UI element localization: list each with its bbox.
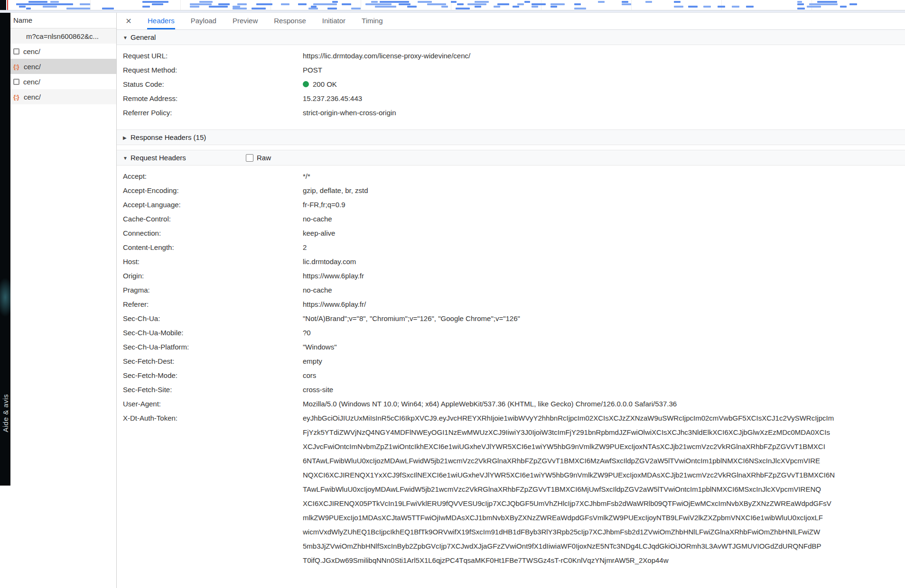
header-value-text: Mozilla/5.0 (Windows NT 10.0; Win64; x64… [303,400,677,408]
header-value: eyJhbGciOiJIUzUxMiIsInR5cCI6IkpXVCJ9.eyJ… [303,411,905,568]
header-value-text: fr-FR,fr;q=0.9 [303,201,345,209]
network-overview-timeline[interactable] [0,0,905,10]
header-row: Referrer Policy:strict-origin-when-cross… [117,106,905,120]
status-ok-icon [303,81,309,87]
waterfall-bar [342,3,351,5]
header-key: Referer: [117,297,303,312]
header-row: X-Dt-Auth-Token:eyJhbGciOiJIUzUxMiIsInR5… [117,411,905,568]
waterfall-bar [807,6,821,8]
request-row[interactable]: cenc/ [10,44,116,59]
section-general[interactable]: ▼General [117,30,905,45]
waterfall-bar [332,1,338,3]
header-value-text: no-cache [303,215,332,223]
header-value: ?0 [303,326,905,340]
raw-checkbox[interactable] [246,154,253,162]
header-value: no-cache [303,283,905,297]
request-row[interactable]: cenc/ [10,74,116,89]
waterfall-bar [475,1,489,3]
waterfall-bar [451,1,457,3]
header-row: Accept-Encoding:gzip, deflate, br, zstd [117,184,905,198]
close-icon[interactable]: ✕ [122,17,135,26]
header-value-text: "Windows" [303,343,337,351]
token-line: eyJhbGciOiJIUzUxMiIsInR5cCI6IkpXVCJ9.eyJ… [303,411,897,425]
header-value: 2 [303,240,905,255]
tab-headers[interactable]: Headers [147,13,175,29]
header-value: POST [303,63,905,77]
header-value-text: gzip, deflate, br, zstd [303,186,368,194]
triangle-down-icon: ▼ [123,30,131,45]
header-value: https://www.6play.fr/ [303,297,905,312]
timeline-gridline [631,0,632,10]
background-page-corner [0,0,6,10]
request-row[interactable]: {:}cenc/ [10,59,116,74]
section-general-title: General [131,33,156,41]
background-page-strip: Aide & avis [0,13,10,486]
waterfall-bar [475,6,481,8]
section-response-headers[interactable]: ▶Response Headers (15) [117,129,905,145]
waterfall-bar [418,1,432,3]
waterfall-bar [66,8,90,9]
waterfall-bar [797,8,805,9]
waterfall-bar [441,6,448,8]
header-row: Accept:*/* [117,169,905,184]
general-rows: Request URL:https://lic.drmtoday.com/lic… [117,45,905,129]
header-value: gzip, deflate, br, zstd [303,184,905,198]
header-row: Connection:keep-alive [117,226,905,240]
waterfall-bar [622,3,631,5]
tab-payload[interactable]: Payload [190,13,217,29]
header-key: Sec-Ch-Ua-Platform: [117,340,303,354]
tab-preview[interactable]: Preview [232,13,258,29]
header-value-text: empty [303,357,322,365]
request-row[interactable]: m?ca=nlsn600862&c... [10,28,116,44]
token-line: FjYzk5YTdiZWVjNzQ4NGY4MDFlNWEyOGI1NzEwMW… [303,425,897,440]
request-row[interactable]: {:}cenc/ [10,89,116,104]
triangle-right-icon: ▶ [123,130,131,145]
waterfall-bar [327,8,337,9]
tab-response[interactable]: Response [273,13,307,29]
header-row: Sec-Fetch-Dest:empty [117,354,905,368]
section-request-headers-title: Request Headers [131,154,186,162]
tab-timing[interactable]: Timing [361,13,383,29]
waterfall-bar [399,3,411,5]
header-value-text: https://lic.drmtoday.com/license-proxy-w… [303,52,470,60]
name-column-header[interactable]: Name [10,13,116,28]
header-value-text: 200 OK [313,80,337,88]
token-line: XCI6XCJIRENQX05PTkVcIn19LFwiVklERU9fQVVE… [303,496,897,511]
document-icon [13,79,19,85]
header-value-text: POST [303,66,322,74]
header-value: strict-origin-when-cross-origin [303,106,905,120]
header-row: Origin:https://www.6play.fr [117,269,905,283]
header-value: https://www.6play.fr [303,269,905,283]
waterfall-bar [209,6,228,8]
token-line: NQXCI6XCJIRENQX1YxXCJ9fSxcIlNEXCI6e1wiUG… [303,468,897,482]
header-value: https://lic.drmtoday.com/license-proxy-w… [303,49,905,63]
header-key: Sec-Fetch-Site: [117,383,303,397]
header-value-text: "Not/A)Brand";v="8", "Chromium";v="126",… [303,314,520,322]
tab-initiator[interactable]: Initiator [322,13,346,29]
section-gap [117,145,905,150]
waterfall-bar [703,6,711,8]
header-value-text: keep-alive [303,229,335,237]
header-row: Accept-Language:fr-FR,fr;q=0.9 [117,198,905,212]
waterfall-bar [494,6,500,8]
header-key: Host: [117,255,303,269]
waterfall-bar [28,1,47,3]
header-key: Connection: [117,226,303,240]
timeline-gridline [721,0,722,10]
waterfall-bar [199,1,213,3]
header-key: Origin: [117,269,303,283]
header-value: Mozilla/5.0 (Windows NT 10.0; Win64; x64… [303,397,905,411]
token-line: mlkZW9PUExcIjo1MDAsXCJtaW5TTFwiOjIwMDAsX… [303,511,897,525]
request-name: cenc/ [23,78,40,86]
header-value: keep-alive [303,226,905,240]
page-feedback-vertical-label: Aide & avis [1,394,9,432]
section-request-headers[interactable]: ▼Request Headers Raw [117,150,905,165]
waterfall-bar [237,3,247,5]
detail-tabs: HeadersPayloadPreviewResponseInitiatorTi… [140,13,391,29]
header-row: Pragma:no-cache [117,283,905,297]
header-key: X-Dt-Auth-Token: [117,411,303,425]
header-value: lic.drmtoday.com [303,255,905,269]
timeline-gridline [180,0,181,10]
header-value-text: cross-site [303,386,333,394]
document-icon [13,48,19,55]
